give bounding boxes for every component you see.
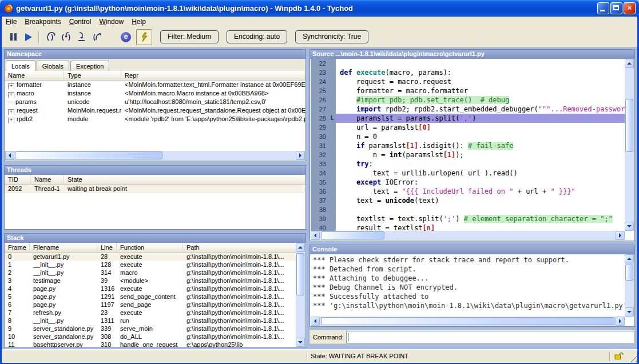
go-button[interactable]: [22, 30, 35, 44]
table-row[interactable]: 6page.py1197send_pageg:\install\python\m…: [5, 301, 296, 309]
tab-locals[interactable]: Locals: [6, 60, 35, 71]
column-header[interactable]: Filename: [30, 243, 97, 252]
console-output[interactable]: *** Please check stderr for stack trace …: [311, 254, 625, 317]
line-number[interactable]: 26: [311, 95, 328, 105]
table-row[interactable]: 8__init__.py1311rung:\install\python\moi…: [5, 317, 296, 325]
menu-item-breakpoints[interactable]: Breakpoints: [21, 17, 65, 26]
menu-item-help[interactable]: Help: [128, 17, 150, 26]
scroll-thumb[interactable]: [321, 231, 384, 239]
scroll-right-arrow[interactable]: [296, 151, 305, 160]
table-row[interactable]: 2__init__.py314macrog:\install\python\mo…: [5, 269, 296, 277]
expand-icon[interactable]: +: [8, 109, 14, 115]
source-line[interactable]: 37 text = unicode(text): [311, 196, 625, 205]
step-out-button[interactable]: [90, 30, 104, 44]
source-line[interactable]: 22: [311, 59, 625, 68]
command-input[interactable]: [346, 331, 634, 343]
source-line[interactable]: 26 #import pdb; pdb.set_trace() # debug: [311, 95, 625, 105]
menu-item-control[interactable]: Control: [65, 17, 96, 26]
scroll-down-arrow[interactable]: [296, 338, 305, 347]
scroll-right-arrow[interactable]: [616, 231, 625, 240]
namespace-hscrollbar[interactable]: [5, 151, 305, 160]
line-number[interactable]: 24: [311, 77, 328, 86]
expand-icon[interactable]: +: [8, 83, 14, 89]
table-row[interactable]: +macroinstance<MoinMoin.macro.Macro inst…: [5, 89, 305, 98]
break-pause-button[interactable]: [6, 30, 20, 44]
expand-icon[interactable]: +: [8, 92, 14, 98]
table-row[interactable]: paramsunicodeu'http://localhost:8080/moi…: [5, 98, 305, 106]
threads-column-header[interactable]: TIDNameState: [5, 175, 305, 185]
source-line[interactable]: 33 try:: [311, 159, 625, 169]
scroll-left-arrow[interactable]: [5, 151, 14, 160]
column-header[interactable]: TID: [5, 175, 31, 184]
source-code[interactable]: 2223def execute(macro, params):24 reques…: [311, 59, 625, 231]
source-line[interactable]: 40 result = textlst[n]: [311, 223, 625, 231]
scroll-thumb[interactable]: [15, 151, 162, 159]
line-number[interactable]: 40: [311, 223, 328, 231]
column-header[interactable]: Function: [117, 243, 183, 252]
stack-vscrollbar[interactable]: [296, 243, 305, 347]
line-number[interactable]: 25: [311, 86, 328, 95]
scroll-up-arrow[interactable]: [296, 243, 305, 252]
source-line[interactable]: 34 text = urllib.urlopen( url ).read(): [311, 169, 625, 178]
source-line[interactable]: 36 text = "{{{ IncludeUrl failed on " + …: [311, 187, 625, 196]
title-bar[interactable]: getvarurl1.py (g:\install\python\moin\mo…: [0, 0, 639, 17]
source-line[interactable]: 24 request = macro.request: [311, 77, 625, 86]
column-header[interactable]: Name: [5, 71, 64, 80]
source-line[interactable]: 32 n = int(paramslst[1]);: [311, 150, 625, 159]
table-row[interactable]: 11basehttpserver.py310handle_one_request…: [5, 341, 296, 348]
source-line[interactable]: 39 textlst = text.split(';') # element s…: [311, 214, 625, 223]
line-number[interactable]: 38: [311, 205, 328, 214]
line-number[interactable]: 39: [311, 214, 328, 223]
namespace-column-header[interactable]: NameTypeRepr: [5, 71, 305, 81]
column-header[interactable]: Repr: [121, 71, 305, 80]
stack-column-header[interactable]: FrameFilenameLineFunctionPath: [5, 243, 296, 253]
source-hscrollbar[interactable]: [311, 231, 625, 240]
scroll-thumb[interactable]: [321, 317, 614, 325]
return-button[interactable]: [75, 30, 89, 44]
encoding-button[interactable]: e: [119, 30, 133, 44]
table-row[interactable]: 4page.py1316executeg:\install\python\moi…: [5, 285, 296, 293]
source-vscrollbar[interactable]: [625, 59, 634, 231]
scroll-left-arrow[interactable]: [311, 317, 320, 326]
column-header[interactable]: Name: [31, 175, 64, 184]
table-row[interactable]: 7refresh.py23executeg:\install\python\mo…: [5, 309, 296, 317]
line-number[interactable]: 28: [311, 114, 328, 123]
column-header[interactable]: Path: [183, 243, 296, 252]
scroll-right-arrow[interactable]: [616, 317, 625, 326]
scroll-down-arrow[interactable]: [625, 307, 634, 317]
source-line[interactable]: 29 url = paramslst[0]: [311, 123, 625, 132]
console-vscrollbar[interactable]: [625, 254, 634, 317]
source-line[interactable]: 38: [311, 205, 625, 214]
expand-icon[interactable]: +: [8, 118, 14, 123]
table-row[interactable]: 3testimage39<module>g:\install\python\mo…: [5, 277, 296, 285]
tab-exception[interactable]: Exception: [70, 61, 109, 71]
table-row[interactable]: +requestMoinMoin.request.re<MoinMoin.req…: [5, 106, 305, 115]
analyze-toggle-button[interactable]: [136, 29, 152, 45]
filter-button[interactable]: Filter: Medium: [160, 30, 219, 43]
source-line[interactable]: 31 if paramslst[1].isdigit(): # fail-saf…: [311, 141, 625, 150]
maximize-button[interactable]: [610, 2, 622, 14]
column-header[interactable]: Frame: [5, 243, 30, 252]
line-number[interactable]: 32: [311, 150, 328, 159]
step-over-button[interactable]: [44, 30, 58, 44]
table-row[interactable]: 1__init__.py128executeg:\install\python\…: [5, 261, 296, 269]
source-line[interactable]: 27 import rpdb2; rpdb2.start_embedded_de…: [311, 105, 625, 114]
column-header[interactable]: State: [64, 175, 305, 184]
resize-grip[interactable]: [629, 355, 637, 362]
line-number[interactable]: 30: [311, 132, 328, 141]
scroll-thumb[interactable]: [625, 265, 633, 281]
scroll-up-arrow[interactable]: [625, 59, 634, 68]
synchronicity-button[interactable]: Synchronicity: True: [295, 30, 368, 43]
menu-item-window[interactable]: Window: [95, 17, 128, 26]
line-number[interactable]: 34: [311, 169, 328, 178]
source-line[interactable]: 23def execute(macro, params):: [311, 68, 625, 77]
menu-item-file[interactable]: File: [2, 17, 21, 26]
table-row[interactable]: 2092Thread-1waiting at break point: [5, 185, 305, 193]
column-header[interactable]: Line: [97, 243, 117, 252]
source-line[interactable]: 35 except IOError:: [311, 178, 625, 187]
source-line[interactable]: 28L paramslst = params.split(','): [311, 114, 625, 123]
scroll-thumb[interactable]: [625, 99, 633, 152]
source-line[interactable]: 25 formatter = macro.formatter: [311, 86, 625, 95]
table-row[interactable]: +rpdb2module<module 'rpdb2' from 'E:\app…: [5, 115, 305, 123]
line-number[interactable]: 35: [311, 178, 328, 187]
